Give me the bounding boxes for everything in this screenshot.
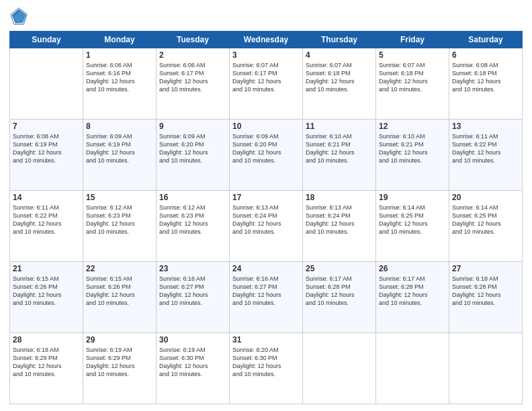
calendar-day-cell: 17Sunrise: 6:13 AM Sunset: 6:24 PM Dayli… — [230, 191, 303, 262]
day-info: Sunrise: 6:08 AM Sunset: 6:18 PM Dayligh… — [452, 61, 519, 94]
calendar-day-cell: 1Sunrise: 6:06 AM Sunset: 6:16 PM Daylig… — [83, 48, 157, 120]
calendar-day-cell: 31Sunrise: 6:20 AM Sunset: 6:30 PM Dayli… — [230, 333, 303, 404]
day-info: Sunrise: 6:08 AM Sunset: 6:19 PM Dayligh… — [13, 132, 80, 165]
day-info: Sunrise: 6:06 AM Sunset: 6:16 PM Dayligh… — [86, 61, 153, 94]
calendar-day-cell: 13Sunrise: 6:11 AM Sunset: 6:22 PM Dayli… — [449, 120, 523, 191]
day-info: Sunrise: 6:16 AM Sunset: 6:27 PM Dayligh… — [159, 275, 226, 308]
calendar-day-cell: 10Sunrise: 6:09 AM Sunset: 6:20 PM Dayli… — [230, 120, 303, 191]
calendar-week-row: 14Sunrise: 6:11 AM Sunset: 6:22 PM Dayli… — [10, 191, 523, 262]
calendar-day-cell: 14Sunrise: 6:11 AM Sunset: 6:22 PM Dayli… — [10, 191, 83, 262]
day-number: 25 — [306, 264, 373, 273]
day-info: Sunrise: 6:09 AM Sunset: 6:19 PM Dayligh… — [86, 132, 153, 165]
calendar-day-cell: 2Sunrise: 6:06 AM Sunset: 6:17 PM Daylig… — [157, 48, 230, 120]
day-number: 16 — [159, 193, 226, 202]
calendar-day-cell: 5Sunrise: 6:07 AM Sunset: 6:18 PM Daylig… — [376, 48, 449, 120]
calendar-day-cell — [10, 48, 83, 120]
day-info: Sunrise: 6:06 AM Sunset: 6:17 PM Dayligh… — [159, 61, 226, 94]
logo — [9, 7, 31, 26]
day-number: 31 — [232, 335, 300, 345]
day-number: 29 — [86, 335, 153, 345]
calendar-day-cell: 30Sunrise: 6:19 AM Sunset: 6:30 PM Dayli… — [157, 333, 230, 404]
calendar-week-row: 7Sunrise: 6:08 AM Sunset: 6:19 PM Daylig… — [10, 120, 523, 191]
header — [9, 7, 523, 26]
day-number: 5 — [379, 50, 446, 60]
calendar-day-cell: 28Sunrise: 6:18 AM Sunset: 6:29 PM Dayli… — [10, 333, 83, 404]
day-info: Sunrise: 6:09 AM Sunset: 6:20 PM Dayligh… — [232, 132, 300, 165]
day-info: Sunrise: 6:11 AM Sunset: 6:22 PM Dayligh… — [13, 203, 80, 236]
day-info: Sunrise: 6:15 AM Sunset: 6:26 PM Dayligh… — [86, 275, 153, 308]
calendar-day-cell: 24Sunrise: 6:16 AM Sunset: 6:27 PM Dayli… — [230, 262, 303, 333]
day-number: 22 — [86, 264, 153, 273]
day-of-week-header: Tuesday — [157, 32, 230, 48]
day-info: Sunrise: 6:12 AM Sunset: 6:23 PM Dayligh… — [159, 203, 226, 236]
calendar-day-cell: 4Sunrise: 6:07 AM Sunset: 6:18 PM Daylig… — [303, 48, 376, 120]
day-info: Sunrise: 6:07 AM Sunset: 6:18 PM Dayligh… — [379, 61, 446, 94]
day-number: 6 — [452, 50, 519, 60]
day-number: 17 — [232, 193, 300, 202]
day-number: 11 — [306, 122, 373, 131]
calendar-day-cell: 22Sunrise: 6:15 AM Sunset: 6:26 PM Dayli… — [83, 262, 157, 333]
day-of-week-header: Monday — [83, 32, 157, 48]
day-info: Sunrise: 6:10 AM Sunset: 6:21 PM Dayligh… — [379, 132, 446, 165]
calendar-day-cell: 26Sunrise: 6:17 AM Sunset: 6:28 PM Dayli… — [376, 262, 449, 333]
day-info: Sunrise: 6:17 AM Sunset: 6:28 PM Dayligh… — [306, 275, 373, 308]
calendar-day-cell: 19Sunrise: 6:14 AM Sunset: 6:25 PM Dayli… — [376, 191, 449, 262]
page: SundayMondayTuesdayWednesdayThursdayFrid… — [0, 0, 532, 411]
calendar-week-row: 21Sunrise: 6:15 AM Sunset: 6:26 PM Dayli… — [10, 262, 523, 333]
calendar-day-cell: 11Sunrise: 6:10 AM Sunset: 6:21 PM Dayli… — [303, 120, 376, 191]
day-number: 23 — [159, 264, 226, 273]
calendar-day-cell: 23Sunrise: 6:16 AM Sunset: 6:27 PM Dayli… — [157, 262, 230, 333]
day-info: Sunrise: 6:14 AM Sunset: 6:25 PM Dayligh… — [452, 203, 519, 236]
day-info: Sunrise: 6:12 AM Sunset: 6:23 PM Dayligh… — [86, 203, 153, 236]
day-info: Sunrise: 6:13 AM Sunset: 6:24 PM Dayligh… — [306, 203, 373, 236]
day-number: 12 — [379, 122, 446, 131]
day-info: Sunrise: 6:19 AM Sunset: 6:29 PM Dayligh… — [86, 346, 153, 379]
day-info: Sunrise: 6:18 AM Sunset: 6:29 PM Dayligh… — [13, 346, 80, 379]
calendar-day-cell — [303, 333, 376, 404]
calendar-day-cell: 21Sunrise: 6:15 AM Sunset: 6:26 PM Dayli… — [10, 262, 83, 333]
day-info: Sunrise: 6:18 AM Sunset: 6:28 PM Dayligh… — [452, 275, 519, 308]
calendar-table: SundayMondayTuesdayWednesdayThursdayFrid… — [9, 31, 523, 404]
day-of-week-header: Saturday — [449, 32, 523, 48]
day-info: Sunrise: 6:07 AM Sunset: 6:17 PM Dayligh… — [232, 61, 300, 94]
day-number: 4 — [306, 50, 373, 60]
day-of-week-header: Wednesday — [230, 32, 303, 48]
calendar-day-cell: 8Sunrise: 6:09 AM Sunset: 6:19 PM Daylig… — [83, 120, 157, 191]
day-number: 18 — [306, 193, 373, 202]
calendar-day-cell — [376, 333, 449, 404]
day-info: Sunrise: 6:16 AM Sunset: 6:27 PM Dayligh… — [232, 275, 300, 308]
day-info: Sunrise: 6:13 AM Sunset: 6:24 PM Dayligh… — [232, 203, 300, 236]
day-number: 21 — [13, 264, 80, 273]
logo-icon — [9, 7, 28, 26]
day-number: 20 — [452, 193, 519, 202]
day-info: Sunrise: 6:09 AM Sunset: 6:20 PM Dayligh… — [159, 132, 226, 165]
calendar-week-row: 28Sunrise: 6:18 AM Sunset: 6:29 PM Dayli… — [10, 333, 523, 404]
day-number: 30 — [159, 335, 226, 345]
calendar-day-cell: 18Sunrise: 6:13 AM Sunset: 6:24 PM Dayli… — [303, 191, 376, 262]
day-info: Sunrise: 6:20 AM Sunset: 6:30 PM Dayligh… — [232, 346, 300, 379]
calendar-day-cell: 12Sunrise: 6:10 AM Sunset: 6:21 PM Dayli… — [376, 120, 449, 191]
day-number: 3 — [232, 50, 300, 60]
day-info: Sunrise: 6:15 AM Sunset: 6:26 PM Dayligh… — [13, 275, 80, 308]
day-number: 24 — [232, 264, 300, 273]
calendar-day-cell: 29Sunrise: 6:19 AM Sunset: 6:29 PM Dayli… — [83, 333, 157, 404]
day-of-week-header: Sunday — [10, 32, 83, 48]
day-number: 14 — [13, 193, 80, 202]
calendar-day-cell: 27Sunrise: 6:18 AM Sunset: 6:28 PM Dayli… — [449, 262, 523, 333]
calendar-day-cell: 7Sunrise: 6:08 AM Sunset: 6:19 PM Daylig… — [10, 120, 83, 191]
day-info: Sunrise: 6:17 AM Sunset: 6:28 PM Dayligh… — [379, 275, 446, 308]
day-number: 9 — [159, 122, 226, 131]
day-number: 10 — [232, 122, 300, 131]
calendar-day-cell — [449, 333, 523, 404]
day-number: 13 — [452, 122, 519, 131]
calendar-day-cell: 6Sunrise: 6:08 AM Sunset: 6:18 PM Daylig… — [449, 48, 523, 120]
day-number: 28 — [13, 335, 80, 345]
day-number: 8 — [86, 122, 153, 131]
calendar-week-row: 1Sunrise: 6:06 AM Sunset: 6:16 PM Daylig… — [10, 48, 523, 120]
calendar-header-row: SundayMondayTuesdayWednesdayThursdayFrid… — [10, 32, 523, 48]
day-number: 15 — [86, 193, 153, 202]
calendar-day-cell: 3Sunrise: 6:07 AM Sunset: 6:17 PM Daylig… — [230, 48, 303, 120]
day-of-week-header: Thursday — [303, 32, 376, 48]
day-info: Sunrise: 6:14 AM Sunset: 6:25 PM Dayligh… — [379, 203, 446, 236]
calendar-day-cell: 20Sunrise: 6:14 AM Sunset: 6:25 PM Dayli… — [449, 191, 523, 262]
